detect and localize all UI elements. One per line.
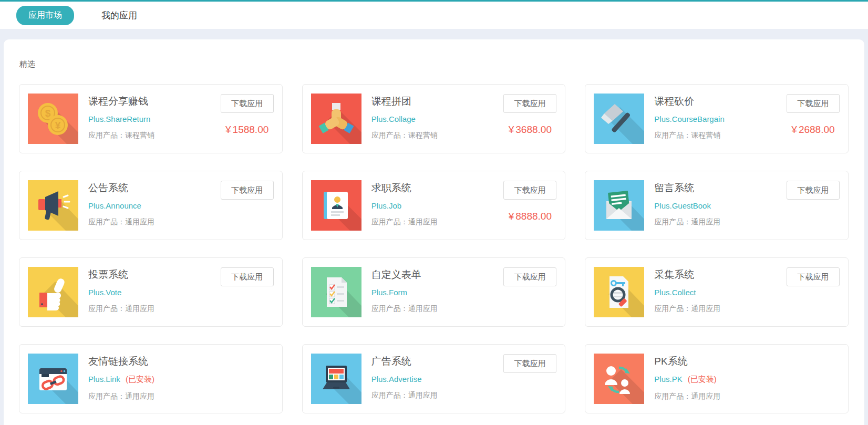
installed-badge: (已安装) [688,375,717,383]
pk-swap-icon [594,354,644,404]
download-button[interactable]: 下载应用 [503,354,556,373]
download-button[interactable]: 下载应用 [221,181,274,200]
app-product: 应用产品：课程营销 [654,131,787,140]
svg-text:¥: ¥ [55,120,61,131]
app-code: Plus.Collage [371,115,416,123]
download-button[interactable]: 下载应用 [221,94,274,113]
app-product: 应用产品：通用应用 [88,304,221,314]
app-card: 课程砍价 Plus.CourseBargain 应用产品：课程营销 下载应用 ¥… [585,84,849,153]
tab-my-apps[interactable]: 我的应用 [101,9,137,22]
download-button[interactable]: 下载应用 [787,94,840,113]
installed-badge: (已安装) [126,375,154,383]
app-market-panel: 精选 $ ¥ 课程分享赚钱 Plus.ShareReturn 应用产品：课程营销… [4,39,864,425]
app-card: 投票系统 Plus.Vote 应用产品：通用应用 下载应用 [19,257,283,327]
app-title: 投票系统 [88,268,221,282]
app-product: 应用产品：通用应用 [371,304,504,314]
search-document-icon [594,267,644,317]
download-button[interactable]: 下载应用 [503,181,556,200]
tab-app-market[interactable]: 应用市场 [16,6,74,25]
app-card: 留言系统 Plus.GuestBook 应用产品：通用应用 下载应用 [585,171,849,240]
app-title: 求职系统 [371,181,504,195]
app-code: Plus.GuestBook [654,201,711,210]
app-product: 应用产品：通用应用 [654,304,787,314]
app-code: Plus.Link [88,375,120,383]
app-code: Plus.Vote [88,288,121,297]
app-title: 留言系统 [654,181,787,195]
thumbs-up-icon [28,267,78,317]
app-product: 应用产品：通用应用 [88,217,221,227]
download-button[interactable]: 下载应用 [221,267,274,286]
app-product: 应用产品：通用应用 [371,391,504,400]
app-title: 友情链接系统 [88,355,274,368]
app-code: Plus.Job [371,201,402,210]
app-product: 应用产品：通用应用 [88,392,274,401]
checklist-icon [311,267,361,317]
app-code: Plus.ShareReturn [88,115,150,123]
app-code: Plus.Form [371,288,407,297]
app-title: 采集系统 [654,268,787,282]
app-code: Plus.PK [654,375,682,383]
app-price: ¥2688.00 [791,124,834,136]
app-title: 广告系统 [371,355,504,368]
app-product: 应用产品：课程营销 [371,131,504,140]
teamwork-hands-icon [311,94,361,144]
tab-bar: 应用市场 我的应用 [0,0,868,29]
app-product: 应用产品：课程营销 [88,131,221,140]
chain-link-icon [28,354,78,404]
svg-text:$: $ [45,108,51,119]
coins-icon: $ ¥ [28,94,78,144]
app-price: ¥1588.00 [225,124,268,136]
app-card: $ ¥ 课程分享赚钱 Plus.ShareReturn 应用产品：课程营销 下载… [19,84,283,153]
app-code: Plus.Advertise [371,375,422,383]
app-price: ¥3688.00 [509,124,552,136]
app-card: PK系统 Plus.PK (已安装) 应用产品：通用应用 [585,344,849,413]
laptop-ads-icon [311,354,361,404]
app-card: 采集系统 Plus.Collect 应用产品：通用应用 下载应用 [585,257,849,327]
section-title-featured: 精选 [19,59,849,69]
app-card: 公告系统 Plus.Announce 应用产品：通用应用 下载应用 [19,171,283,240]
download-button[interactable]: 下载应用 [503,267,556,286]
envelope-letter-icon [594,180,644,231]
app-title: 自定义表单 [371,268,504,282]
app-card: 友情链接系统 Plus.Link (已安装) 应用产品：通用应用 [19,344,283,413]
app-code: Plus.Collect [654,288,696,297]
download-button[interactable]: 下载应用 [503,94,556,113]
download-button[interactable]: 下载应用 [787,267,840,286]
app-product: 应用产品：通用应用 [654,217,787,227]
download-button[interactable]: 下载应用 [787,181,840,200]
app-card: 广告系统 Plus.Advertise 应用产品：通用应用 下载应用 [302,344,566,413]
app-title: 课程分享赚钱 [88,95,221,108]
app-card: 求职系统 Plus.Job 应用产品：通用应用 下载应用 ¥8888.00 [302,171,566,240]
megaphone-icon [28,180,78,231]
app-card: 课程拼团 Plus.Collage 应用产品：课程营销 下载应用 ¥3688.0… [302,84,566,153]
app-code: Plus.Announce [88,201,141,210]
axe-icon [594,94,644,144]
app-code: Plus.CourseBargain [654,115,724,123]
app-card-grid: $ ¥ 课程分享赚钱 Plus.ShareReturn 应用产品：课程营销 下载… [19,84,849,413]
app-card: 自定义表单 Plus.Form 应用产品：通用应用 下载应用 [302,257,566,327]
app-price: ¥8888.00 [509,211,552,222]
app-title: 公告系统 [88,181,221,195]
app-title: 课程拼团 [371,95,504,108]
app-product: 应用产品：通用应用 [371,217,504,227]
id-card-icon [311,180,361,231]
app-title: PK系统 [654,355,840,368]
app-product: 应用产品：通用应用 [654,392,840,401]
app-title: 课程砍价 [654,95,787,108]
